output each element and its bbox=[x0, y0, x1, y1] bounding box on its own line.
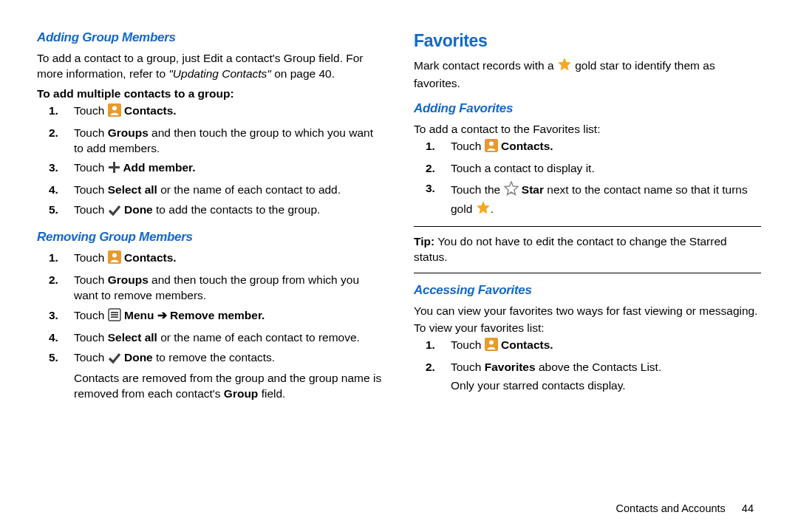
step: 2. Touch a contact to display it. bbox=[451, 161, 761, 177]
step: 2. Touch Favorites above the Contacts Li… bbox=[451, 360, 761, 375]
steps-remove-members: 1. Touch Contacts. 2. Touch Groups and t… bbox=[37, 250, 384, 368]
star-outline-icon bbox=[504, 181, 519, 200]
tip: Tip: You do not have to edit the contact… bbox=[414, 234, 761, 265]
step: 1. Touch Contacts. bbox=[451, 139, 761, 157]
step: 2. Touch Groups and then touch the group… bbox=[74, 273, 384, 304]
paragraph: Mark contact records with a gold star to… bbox=[414, 57, 761, 92]
star-gold-icon bbox=[476, 200, 491, 219]
contacts-icon bbox=[485, 139, 498, 157]
left-column: Adding Group Members To add a contact to… bbox=[37, 30, 384, 502]
separator bbox=[414, 273, 761, 273]
step: 2. Touch Groups and then touch the group… bbox=[74, 126, 384, 157]
step: 4. Touch Select all or the name of each … bbox=[74, 183, 384, 198]
footer-page-number: 44 bbox=[742, 502, 754, 514]
heading-favorites: Favorites bbox=[414, 30, 761, 52]
step: 3. Touch Menu ➔ Remove member. bbox=[74, 308, 384, 326]
step: 1. Touch Contacts. bbox=[74, 250, 384, 268]
page-footer: Contacts and Accounts44 bbox=[0, 502, 798, 514]
paragraph: Only your starred contacts display. bbox=[451, 378, 761, 394]
star-gold-icon bbox=[557, 57, 572, 76]
step: 5. Touch Done to remove the contacts. bbox=[74, 350, 384, 368]
paragraph: You can view your favorites two ways for… bbox=[414, 304, 761, 319]
heading-accessing-favorites: Accessing Favorites bbox=[414, 282, 761, 299]
footer-section: Contacts and Accounts bbox=[616, 502, 726, 514]
right-column: Favorites Mark contact records with a go… bbox=[414, 30, 761, 502]
step: 3. Touch the Star next to the contact na… bbox=[451, 181, 761, 219]
contacts-icon bbox=[108, 250, 121, 268]
separator bbox=[414, 226, 761, 227]
paragraph: To add a contact to the Favorites list: bbox=[414, 122, 761, 137]
contacts-icon bbox=[108, 103, 121, 121]
step: 3. Touch Add member. bbox=[74, 160, 384, 178]
paragraph: Contacts are removed from the group and … bbox=[74, 371, 384, 402]
heading-removing-group-members: Removing Group Members bbox=[37, 229, 384, 246]
steps-add-favorites: 1. Touch Contacts. 2. Touch a contact to… bbox=[414, 139, 761, 219]
step: 5. Touch Done to add the contacts to the… bbox=[74, 202, 384, 220]
paragraph: To view your favorites list: bbox=[414, 321, 761, 336]
menu-icon bbox=[108, 308, 121, 326]
heading-adding-favorites: Adding Favorites bbox=[414, 100, 761, 117]
heading-adding-group-members: Adding Group Members bbox=[37, 30, 384, 47]
step: 1. Touch Contacts. bbox=[451, 338, 761, 355]
check-icon bbox=[108, 352, 121, 368]
step: 1. Touch Contacts. bbox=[74, 103, 384, 121]
plus-icon bbox=[108, 161, 120, 178]
subheading-bold: To add multiple contacts to a group: bbox=[37, 86, 384, 102]
check-icon bbox=[108, 204, 121, 220]
steps-view-favorites: 1. Touch Contacts. 2. Touch Favorites ab… bbox=[414, 338, 761, 375]
steps-add-members: 1. Touch Contacts. 2. Touch Groups and t… bbox=[37, 103, 384, 221]
paragraph: To add a contact to a group, just Edit a… bbox=[37, 51, 384, 82]
contacts-icon bbox=[485, 338, 498, 355]
page: Adding Group Members To add a contact to… bbox=[0, 0, 798, 502]
step: 4. Touch Select all or the name of each … bbox=[74, 330, 384, 346]
